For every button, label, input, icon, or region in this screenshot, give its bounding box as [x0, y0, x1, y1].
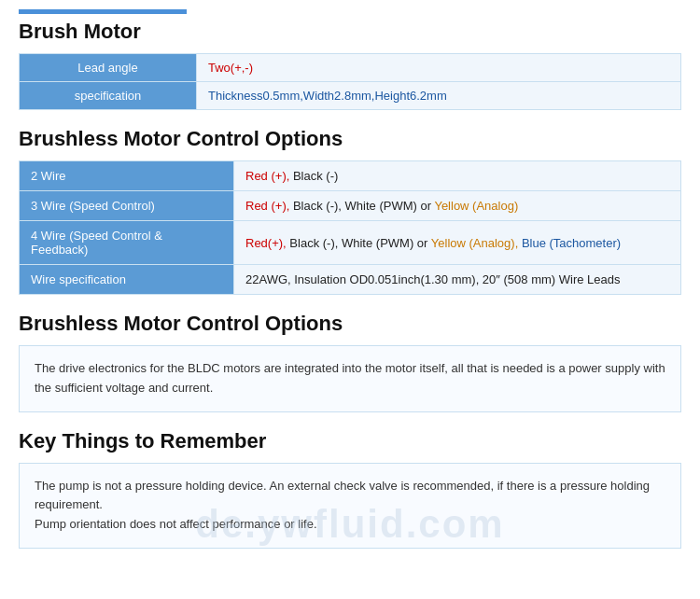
bldc-value-cell: Red(+), Black (-), White (PWM) or Yellow…	[234, 221, 681, 265]
brush-motor-title: Brush Motor	[19, 20, 681, 44]
bldc-label-cell: 4 Wire (Speed Control & Feedback)	[20, 221, 234, 265]
key-things-item-1: The pump is not a pressure holding devic…	[35, 479, 650, 512]
value-text: Thickness0.5mm,Width2.8mm,Height6.2mm	[208, 89, 447, 103]
bldc-value-cell: 22AWG, Insulation OD0.051inch(1.30 mm), …	[234, 265, 681, 295]
bldc-label-cell: 2 Wire	[20, 161, 234, 191]
value-yellow: Yellow (Analog),	[431, 236, 518, 250]
brushless-options-table-1: 2 Wire Red (+), Black (-) 3 Wire (Speed …	[19, 160, 681, 295]
brushless-options-title-2: Brushless Motor Control Options	[19, 312, 681, 336]
value-cell: Two(+,-)	[197, 54, 681, 82]
value-black: Black (-),	[293, 199, 342, 213]
table-row: Lead angle Two(+,-)	[20, 54, 681, 82]
label-cell: Lead angle	[20, 54, 197, 82]
value-red: Red (+),	[245, 199, 289, 213]
value-yellow: Yellow (Analog)	[434, 199, 518, 213]
table-row: 3 Wire (Speed Control) Red (+), Black (-…	[20, 191, 681, 221]
bldc-value-cell: Red (+), Black (-), White (PWM) or Yello…	[234, 191, 681, 221]
value-red: Red (+),	[245, 169, 289, 183]
table-row: specification Thickness0.5mm,Width2.8mm,…	[20, 82, 681, 110]
top-bar	[19, 9, 187, 14]
value-black: Black (-),	[289, 236, 338, 250]
key-things-box: The pump is not a pressure holding devic…	[19, 463, 681, 549]
value-black: Black (-)	[293, 169, 338, 183]
label-cell: specification	[20, 82, 197, 110]
key-things-title: Key Things to Remember	[19, 429, 681, 453]
key-things-item-2: Pump orientation does not affect perform…	[35, 517, 317, 531]
page-wrapper: Brush Motor Lead angle Two(+,-) specific…	[0, 0, 700, 584]
value-cell: Thickness0.5mm,Width2.8mm,Height6.2mm	[197, 82, 681, 110]
value-blue: Blue (Tachometer)	[522, 236, 621, 250]
value-text: Two(+,-)	[208, 61, 253, 75]
value-red: Red(+),	[245, 236, 287, 250]
value-white: White (PWM) or	[345, 199, 435, 213]
table-row: Wire specification 22AWG, Insulation OD0…	[20, 265, 681, 295]
brushless-description: The drive electronics for the BLDC motor…	[35, 361, 665, 395]
brushless-options-title-1: Brushless Motor Control Options	[19, 127, 681, 151]
value-text: 22AWG, Insulation OD0.051inch(1.30 mm), …	[245, 272, 621, 286]
brush-motor-table: Lead angle Two(+,-) specification Thickn…	[19, 53, 681, 110]
table-row: 2 Wire Red (+), Black (-)	[20, 161, 681, 191]
table-row: 4 Wire (Speed Control & Feedback) Red(+)…	[20, 221, 681, 265]
bldc-value-cell: Red (+), Black (-)	[234, 161, 681, 191]
brushless-description-box: The drive electronics for the BLDC motor…	[19, 345, 681, 412]
bldc-label-cell: Wire specification	[20, 265, 234, 295]
bldc-label-cell: 3 Wire (Speed Control)	[20, 191, 234, 221]
value-white: White (PWM) or	[342, 236, 431, 250]
